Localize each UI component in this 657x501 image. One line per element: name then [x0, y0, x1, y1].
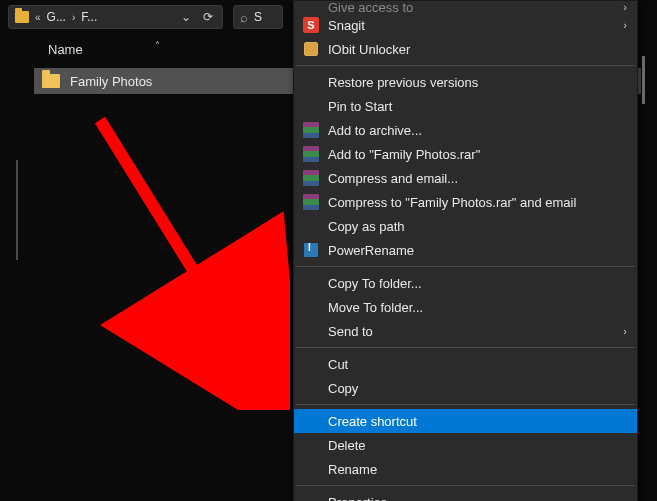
breadcrumb-segment-0[interactable]: G...	[47, 10, 66, 24]
rar-icon	[300, 193, 322, 211]
annotation-arrow	[90, 110, 290, 410]
blank-icon	[300, 460, 322, 478]
menu-item-add-archive[interactable]: Add to archive...	[294, 118, 637, 142]
menu-item-iobit-unlocker[interactable]: IObit Unlocker	[294, 37, 637, 61]
left-divider	[16, 160, 18, 260]
blank-icon	[300, 217, 322, 235]
menu-item-label: Pin to Start	[328, 99, 627, 114]
menu-item-label: PowerRename	[328, 243, 627, 258]
menu-item-label: Copy To folder...	[328, 276, 627, 291]
menu-item-copy-as-path[interactable]: Copy as path	[294, 214, 637, 238]
menu-item-compress-email[interactable]: Compress and email...	[294, 166, 637, 190]
menu-item-label: Add to "Family Photos.rar"	[328, 147, 627, 162]
blank-icon	[300, 436, 322, 454]
iobit-icon	[300, 40, 322, 58]
svg-line-1	[100, 120, 255, 370]
refresh-icon[interactable]: ⟳	[200, 10, 216, 24]
menu-separator	[296, 65, 635, 66]
breadcrumb-bar[interactable]: « G... › F... ⌄ ⟳	[8, 5, 223, 29]
column-header-name[interactable]: Name	[48, 42, 83, 57]
menu-item-move-to-folder[interactable]: Move To folder...	[294, 295, 637, 319]
blank-icon	[300, 97, 322, 115]
rar-icon	[300, 145, 322, 163]
blank-icon	[300, 355, 322, 373]
chevron-right-icon: ›	[72, 12, 75, 23]
menu-item-rename[interactable]: Rename	[294, 457, 637, 481]
menu-item-label: Cut	[328, 357, 627, 372]
menu-item-restore-previous[interactable]: Restore previous versions	[294, 70, 637, 94]
chevron-right-icon: ›	[623, 19, 627, 31]
menu-item-label: Give access to	[328, 1, 623, 13]
menu-item-delete[interactable]: Delete	[294, 433, 637, 457]
menu-item-label: Properties	[328, 495, 627, 502]
menu-item-send-to[interactable]: Send to›	[294, 319, 637, 343]
file-name: Family Photos	[70, 74, 152, 89]
blank-icon	[300, 412, 322, 430]
menu-item-copy[interactable]: Copy	[294, 376, 637, 400]
menu-item-label: Create shortcut	[328, 414, 627, 429]
rar-icon	[300, 169, 322, 187]
menu-item-pin-start[interactable]: Pin to Start	[294, 94, 637, 118]
menu-item-label: IObit Unlocker	[328, 42, 627, 57]
blank-icon	[300, 379, 322, 397]
menu-item-add-to-rar[interactable]: Add to "Family Photos.rar"	[294, 142, 637, 166]
menu-item-label: Send to	[328, 324, 623, 339]
blank-icon	[300, 493, 322, 501]
blank-icon	[300, 1, 322, 13]
menu-item-label: Compress to "Family Photos.rar" and emai…	[328, 195, 627, 210]
blank-icon	[300, 322, 322, 340]
search-placeholder: S	[254, 10, 262, 24]
menu-item-copy-to-folder[interactable]: Copy To folder...	[294, 271, 637, 295]
menu-item-cut[interactable]: Cut	[294, 352, 637, 376]
menu-item-give-access[interactable]: Give access to›	[294, 1, 637, 13]
sort-indicator-icon: ˄	[155, 40, 160, 51]
menu-item-compress-rar-email[interactable]: Compress to "Family Photos.rar" and emai…	[294, 190, 637, 214]
menu-item-label: Delete	[328, 438, 627, 453]
menu-item-label: Snagit	[328, 18, 623, 33]
menu-separator	[296, 347, 635, 348]
blank-icon	[300, 73, 322, 91]
snagit-icon: S	[300, 16, 322, 34]
search-icon: ⌕	[240, 10, 248, 25]
menu-separator	[296, 404, 635, 405]
rename-icon	[300, 241, 322, 259]
menu-item-label: Copy	[328, 381, 627, 396]
context-menu: Give access to›SSnagit›IObit UnlockerRes…	[293, 0, 638, 501]
chevron-right-icon: ›	[623, 1, 627, 13]
menu-item-snagit[interactable]: SSnagit›	[294, 13, 637, 37]
menu-item-label: Copy as path	[328, 219, 627, 234]
folder-icon	[15, 11, 29, 23]
menu-item-label: Add to archive...	[328, 123, 627, 138]
search-box[interactable]: ⌕ S	[233, 5, 283, 29]
menu-item-power-rename[interactable]: PowerRename	[294, 238, 637, 262]
menu-item-create-shortcut[interactable]: Create shortcut	[294, 409, 637, 433]
menu-item-label: Rename	[328, 462, 627, 477]
menu-item-label: Compress and email...	[328, 171, 627, 186]
folder-icon	[42, 74, 60, 88]
rar-icon	[300, 121, 322, 139]
menu-item-label: Restore previous versions	[328, 75, 627, 90]
scrollbar-thumb[interactable]	[642, 56, 645, 104]
blank-icon	[300, 274, 322, 292]
menu-item-label: Move To folder...	[328, 300, 627, 315]
breadcrumb-segment-1[interactable]: F...	[81, 10, 97, 24]
dropdown-icon[interactable]: ⌄	[178, 10, 194, 24]
menu-separator	[296, 485, 635, 486]
chevron-right-icon: ›	[623, 325, 627, 337]
menu-separator	[296, 266, 635, 267]
breadcrumb-prefix: «	[35, 12, 41, 23]
blank-icon	[300, 298, 322, 316]
menu-item-properties[interactable]: Properties	[294, 490, 637, 501]
